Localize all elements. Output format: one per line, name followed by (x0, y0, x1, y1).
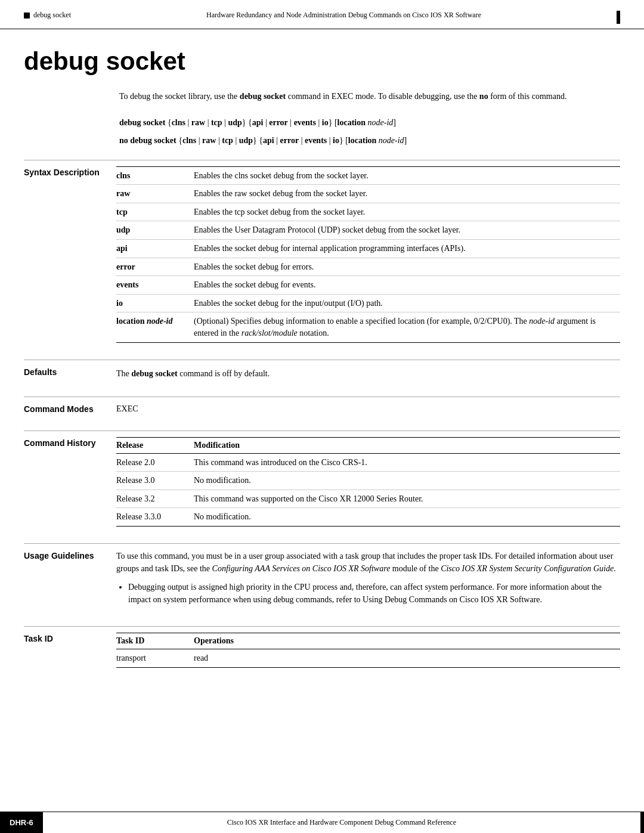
table-row: Release 3.0 No modification. (116, 472, 620, 490)
desc-udp: Enables the User Datagram Protocol (UDP)… (194, 221, 620, 240)
term-udp: udp (116, 221, 194, 240)
table-row: clns Enables the clns socket debug from … (116, 166, 620, 185)
term-location: location node-id (116, 312, 194, 342)
syntax-description-content: clns Enables the clns socket debug from … (116, 166, 620, 343)
footer-text: Cisco IOS XR Interface and Hardware Comp… (43, 812, 640, 833)
command-modes-content: EXEC (116, 403, 620, 414)
release-330: Release 3.3.0 (116, 508, 194, 527)
usage-guidelines-label: Usage Guidelines (24, 550, 116, 609)
history-col-release: Release (116, 437, 194, 453)
list-item: Debugging output is assigned high priori… (128, 581, 620, 606)
intro-bold2: no (479, 92, 488, 101)
footer-bar (640, 812, 644, 833)
term-raw: raw (116, 185, 194, 203)
desc-location: (Optional) Specifies debug information t… (194, 312, 620, 342)
history-header-row: Release Modification (116, 437, 620, 453)
table-row: raw Enables the raw socket debug from th… (116, 185, 620, 203)
usage-guidelines-content: To use this command, you must be in a us… (116, 550, 620, 609)
command-modes-section: Command Modes EXEC (24, 397, 620, 420)
table-row: Release 3.2 This command was supported o… (116, 490, 620, 508)
desc-tcp: Enables the tcp socket debug from the so… (194, 203, 620, 221)
release-30: Release 3.0 (116, 472, 194, 490)
task-header-row: Task ID Operations (116, 633, 620, 649)
page-header: ■ debug socket Hardware Redundancy and N… (0, 0, 644, 29)
syntax-line1: debug socket {clns | raw | tcp | udp} {a… (119, 116, 620, 130)
desc-api: Enables the socket debug for internal ap… (194, 239, 620, 258)
main-content: debug socket To debug the socket library… (0, 29, 644, 710)
term-api: api (116, 239, 194, 258)
page-footer: DHR-6 Cisco IOS XR Interface and Hardwar… (0, 812, 644, 833)
term-clns: clns (116, 166, 194, 185)
footer-tab: DHR-6 (0, 812, 43, 833)
defaults-section: Defaults The debug socket command is off… (24, 360, 620, 386)
header-debug-label: debug socket (33, 11, 71, 20)
table-row: Release 3.3.0 No modification. (116, 508, 620, 527)
term-error: error (116, 258, 194, 276)
desc-clns: Enables the clns socket debug from the s… (194, 166, 620, 185)
command-modes-label: Command Modes (24, 403, 116, 414)
task-id-content: Task ID Operations transport read (116, 633, 620, 668)
intro-bold1: debug socket (240, 92, 286, 101)
table-row: api Enables the socket debug for interna… (116, 239, 620, 258)
release-32: Release 3.2 (116, 490, 194, 508)
defaults-bold: debug socket (131, 369, 177, 378)
mod-330: No modification. (194, 508, 620, 527)
task-col-ops: Operations (194, 633, 620, 649)
syntax-table: clns Enables the clns socket debug from … (116, 166, 620, 343)
intro-text3: form of this command. (488, 92, 567, 101)
command-history-content: Release Modification Release 2.0 This co… (116, 437, 620, 527)
table-row: io Enables the socket debug for the inpu… (116, 294, 620, 312)
intro-text1: To debug the socket library, use the (119, 92, 240, 101)
page-title: debug socket (24, 47, 620, 76)
task-id-section: Task ID Task ID Operations transport rea… (24, 626, 620, 674)
header-left: ■ debug socket (24, 11, 71, 20)
term-tcp: tcp (116, 203, 194, 221)
table-row: Release 2.0 This command was introduced … (116, 453, 620, 472)
term-events: events (116, 276, 194, 295)
table-row: udp Enables the User Datagram Protocol (… (116, 221, 620, 240)
command-syntax-block: debug socket {clns | raw | tcp | udp} {a… (119, 116, 620, 148)
desc-io: Enables the socket debug for the input/o… (194, 294, 620, 312)
task-col-taskid: Task ID (116, 633, 194, 649)
syntax-description-label: Syntax Description (24, 166, 116, 343)
defaults-text2: command is off by default. (178, 369, 270, 378)
table-row: tcp Enables the tcp socket debug from th… (116, 203, 620, 221)
term-io: io (116, 294, 194, 312)
desc-events: Enables the socket debug for events. (194, 276, 620, 295)
desc-raw: Enables the raw socket debug from the so… (194, 185, 620, 203)
usage-guidelines-section: Usage Guidelines To use this command, yo… (24, 543, 620, 615)
table-row: location node-id (Optional) Specifies de… (116, 312, 620, 342)
command-history-section: Command History Release Modification Rel… (24, 431, 620, 532)
intro-paragraph: To debug the socket library, use the deb… (119, 90, 620, 103)
task-id-label: Task ID (24, 633, 116, 668)
release-20: Release 2.0 (116, 453, 194, 472)
intro-text2: command in EXEC mode. To disable debuggi… (286, 92, 479, 101)
table-row: transport read (116, 649, 620, 667)
task-transport: transport (116, 649, 194, 667)
syntax-line2: no debug socket {clns | raw | tcp | udp}… (119, 134, 620, 148)
mod-32: This command was supported on the Cisco … (194, 490, 620, 508)
table-row: error Enables the socket debug for error… (116, 258, 620, 276)
usage-bullets: Debugging output is assigned high priori… (128, 581, 620, 606)
defaults-text1: The (116, 369, 131, 378)
desc-error: Enables the socket debug for errors. (194, 258, 620, 276)
task-table: Task ID Operations transport read (116, 633, 620, 668)
syntax-description-section: Syntax Description clns Enables the clns… (24, 160, 620, 349)
header-square-icon: ■ (24, 13, 30, 18)
history-col-modification: Modification (194, 437, 620, 453)
table-row: events Enables the socket debug for even… (116, 276, 620, 295)
mod-30: No modification. (194, 472, 620, 490)
defaults-content: The debug socket command is off by defau… (116, 366, 620, 380)
mod-20: This command was introduced on the Cisco… (194, 453, 620, 472)
defaults-label: Defaults (24, 366, 116, 380)
usage-para1: To use this command, you must be in a us… (116, 550, 620, 575)
header-title: Hardware Redundancy and Node Administrat… (206, 11, 481, 20)
command-history-label: Command History (24, 437, 116, 527)
history-table: Release Modification Release 2.0 This co… (116, 437, 620, 527)
task-read: read (194, 649, 620, 667)
header-bar (617, 11, 620, 24)
